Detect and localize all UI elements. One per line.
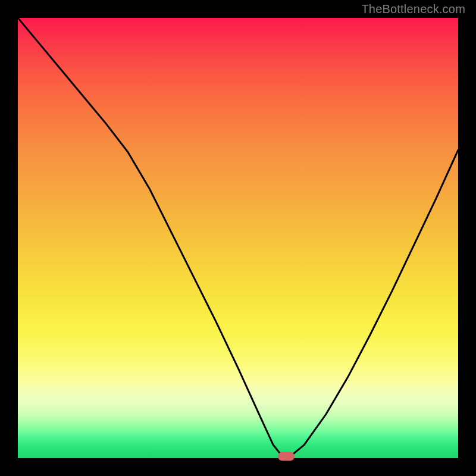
bottleneck-curve-path	[18, 18, 458, 456]
plot-area	[18, 18, 458, 458]
chart-frame: TheBottleneck.com	[0, 0, 476, 476]
watermark-text: TheBottleneck.com	[361, 2, 465, 16]
optimal-marker	[278, 452, 295, 461]
bottleneck-curve	[18, 18, 458, 458]
